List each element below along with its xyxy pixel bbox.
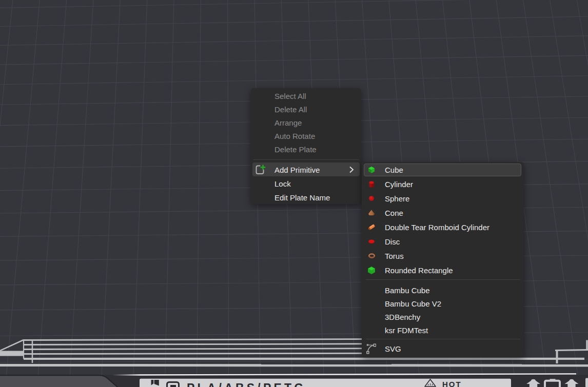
svg-text:PLA/ABS/PETG: PLA/ABS/PETG	[187, 381, 306, 387]
svg-text:HOT: HOT	[442, 380, 462, 387]
